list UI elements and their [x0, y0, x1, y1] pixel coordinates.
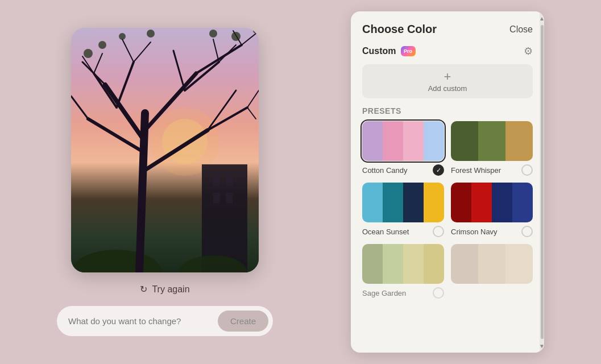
svg-point-39: [253, 28, 259, 34]
pro-badge: Pro: [401, 46, 416, 56]
svg-line-14: [94, 73, 117, 107]
svg-line-30: [242, 34, 256, 45]
swatch-seg-1: [362, 121, 383, 161]
plus-icon: +: [444, 71, 451, 83]
sage-garden-swatch: [362, 244, 444, 284]
svg-line-17: [185, 62, 219, 90]
ocean-sunset-swatch: [362, 183, 444, 222]
svg-point-36: [147, 30, 155, 38]
svg-line-20: [208, 107, 247, 130]
add-custom-label: Add custom: [428, 84, 467, 93]
color-chooser-panel: Choose Color Close Custom Pro ⚙ + Add cu…: [351, 11, 544, 353]
swatch-seg-3: [492, 183, 512, 222]
swatch-seg-2: [478, 121, 505, 161]
prompt-input[interactable]: [68, 316, 212, 326]
try-again-button[interactable]: ↻ Try again: [140, 284, 189, 295]
scrollbar-track: ▲ ▼: [540, 11, 544, 353]
swatch-seg-4: [424, 183, 444, 222]
forest-whisper-swatch: [451, 121, 533, 161]
preset-radio[interactable]: [433, 226, 444, 237]
preset-bottom: Sage Garden: [362, 287, 444, 299]
preset-bottom: Forest Whisper: [451, 164, 533, 176]
swatch-seg-1: [362, 183, 383, 222]
panel-body: Custom Pro ⚙ + Add custom Presets: [351, 45, 544, 353]
swatch-seg-2: [478, 244, 505, 284]
swatch-seg-2: [471, 183, 492, 222]
svg-line-12: [88, 119, 145, 153]
preset-forest-whisper[interactable]: Forest Whisper: [451, 121, 533, 176]
refresh-icon: ↻: [140, 284, 147, 295]
preset-name: Forest Whisper: [451, 166, 501, 175]
close-button[interactable]: Close: [509, 24, 533, 35]
create-button[interactable]: Create: [218, 311, 268, 332]
svg-line-21: [208, 90, 236, 130]
preset-radio[interactable]: [521, 164, 533, 176]
preset-bottom: Ocean Sunset: [362, 226, 444, 237]
preset-name: Cotton Candy: [362, 166, 408, 175]
swatch-seg-3: [505, 121, 533, 161]
swatch-seg-1: [362, 244, 383, 284]
svg-point-38: [231, 32, 241, 41]
image-card: [71, 28, 259, 272]
svg-line-22: [71, 96, 88, 119]
svg-line-27: [213, 39, 219, 62]
preset-radio[interactable]: [521, 226, 533, 237]
custom-label: Custom Pro: [362, 46, 416, 56]
svg-point-33: [84, 49, 93, 58]
preset-name: Sage Garden: [362, 289, 406, 297]
swatch-seg-1: [451, 244, 478, 284]
panel-header: Choose Color Close: [351, 11, 544, 45]
swatch-seg-3: [403, 244, 424, 284]
svg-point-37: [209, 30, 217, 38]
preset-cotton-candy[interactable]: Cotton Candy: [362, 121, 444, 176]
preset-sage-garden[interactable]: Sage Garden: [362, 244, 444, 299]
left-panel: ↻ Try again Create: [0, 0, 330, 364]
presets-grid: Cotton Candy Forest Whisper: [362, 121, 533, 299]
preset-radio[interactable]: [433, 287, 444, 299]
svg-point-35: [119, 33, 126, 40]
try-again-label: Try again: [152, 284, 189, 295]
svg-point-34: [98, 41, 106, 49]
presets-section-label: Presets: [362, 106, 533, 115]
scrollbar-thumb[interactable]: [541, 25, 544, 339]
svg-line-26: [134, 42, 151, 62]
create-label: Create: [230, 316, 256, 326]
svg-line-15: [117, 62, 134, 107]
svg-line-28: [219, 45, 236, 62]
swatch-seg-1: [451, 121, 478, 161]
swatch-seg-2: [383, 121, 403, 161]
svg-line-25: [122, 39, 134, 62]
custom-section-header: Custom Pro ⚙: [362, 45, 533, 57]
swatch-seg-4: [512, 183, 533, 222]
panel-title: Choose Color: [362, 23, 437, 36]
svg-line-19: [196, 45, 242, 73]
custom-text: Custom: [362, 46, 396, 56]
swatch-seg-1: [451, 183, 471, 222]
swatch-seg-2: [383, 183, 403, 222]
preset-bottom: Cotton Candy: [362, 164, 444, 176]
filter-icon[interactable]: ⚙: [524, 45, 533, 57]
preset-crimson-navy[interactable]: Crimson Navy: [451, 183, 533, 237]
preset-name: Ocean Sunset: [362, 228, 409, 236]
nude-blush-swatch: [451, 244, 533, 284]
preset-bottom: Crimson Navy: [451, 226, 533, 237]
preset-name: Crimson Navy: [451, 228, 498, 236]
preset-ocean-sunset[interactable]: Ocean Sunset: [362, 183, 444, 237]
swatch-seg-2: [383, 244, 403, 284]
scroll-down-arrow[interactable]: ▼: [537, 341, 544, 350]
svg-rect-5: [213, 193, 220, 203]
preset-radio-selected[interactable]: [433, 164, 444, 176]
scroll-up-arrow[interactable]: ▲: [537, 14, 544, 23]
svg-line-31: [247, 90, 259, 107]
tree-illustration: [71, 28, 259, 272]
swatch-seg-3: [403, 121, 424, 161]
swatch-seg-4: [424, 121, 444, 161]
svg-rect-6: [226, 193, 233, 203]
prompt-input-row: Create: [57, 306, 273, 336]
crimson-navy-swatch: [451, 183, 533, 222]
add-custom-button[interactable]: + Add custom: [362, 64, 533, 98]
cotton-candy-swatch: [362, 121, 444, 161]
preset-nude-blush[interactable]: [451, 244, 533, 299]
svg-rect-4: [226, 176, 233, 186]
svg-line-32: [247, 107, 256, 119]
